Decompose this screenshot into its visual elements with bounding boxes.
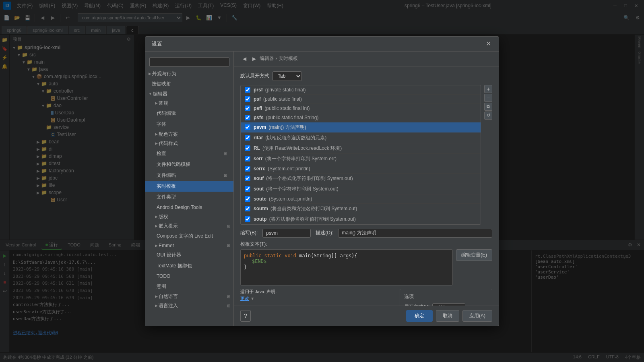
menu-copyright[interactable]: ▶ 版权 bbox=[145, 212, 233, 221]
desc-input[interactable] bbox=[338, 229, 492, 238]
menu-intentions[interactable]: 意图 bbox=[145, 281, 233, 292]
menu-file-encoding[interactable]: 文件编码 ⊞ bbox=[145, 170, 233, 181]
cancel-button[interactable]: 取消 bbox=[436, 310, 459, 322]
template-body-editor[interactable]: public static void main(String[] args){ … bbox=[240, 249, 453, 285]
applies-to-label: 适用于 Java: 声明. bbox=[240, 289, 277, 294]
tpl-check-prsf[interactable] bbox=[245, 87, 250, 93]
restore-template-button[interactable]: ↺ bbox=[484, 112, 492, 120]
copy-template-button[interactable]: ⧉ bbox=[484, 103, 492, 111]
tpl-name: psfi bbox=[254, 105, 262, 111]
help-button[interactable]: ? bbox=[240, 310, 251, 322]
expand-icon: ⊞ bbox=[227, 304, 230, 308]
edit-variables-button[interactable]: 编辑变量(E) bbox=[456, 249, 492, 261]
tpl-check-ritar[interactable] bbox=[245, 135, 250, 141]
menu-inlay-hints[interactable]: ▶ 嵌入提示 ⊞ bbox=[145, 221, 233, 231]
tpl-row-psvm[interactable]: psvm (main() 方法声明) bbox=[241, 122, 481, 133]
tpl-name: soutp bbox=[254, 216, 267, 222]
menu-lang-inject-label: 语言注入 bbox=[159, 302, 178, 309]
expand-icon: ⊞ bbox=[224, 173, 227, 178]
tpl-row-souf[interactable]: souf (将一个格式化字符串打印到 System.out) bbox=[241, 174, 481, 184]
menu-lang-inject[interactable]: ▶ 语言注入 ⊞ bbox=[145, 301, 233, 310]
expand-icon: ⊞ bbox=[227, 243, 230, 248]
tpl-desc: (将一个字符串打印到 System.err) bbox=[265, 155, 336, 162]
tpl-check-rl[interactable] bbox=[245, 145, 250, 151]
expand-icon: ⊞ bbox=[227, 294, 230, 299]
tpl-row-sout[interactable]: sout (将一个字符串打印到 System.out) bbox=[241, 184, 481, 194]
tpl-check-psfs[interactable] bbox=[245, 115, 250, 120]
tpl-check-serrc[interactable] bbox=[245, 166, 250, 172]
tpl-desc: (使用 ReadWriteLock.readLock 环境) bbox=[262, 145, 342, 152]
tpl-row-prsf[interactable]: prsf (private static final) bbox=[241, 85, 481, 95]
applies-section: 适用于 Java: 声明. 更改 ▼ bbox=[240, 289, 392, 306]
tpl-row-psfi[interactable]: psfi (public static final int) bbox=[241, 104, 481, 113]
apply-button[interactable]: 应用(A) bbox=[462, 310, 492, 322]
tpl-desc: (private static final) bbox=[265, 87, 306, 93]
arrow-icon: ▶ bbox=[155, 101, 158, 105]
breadcrumb-back-button[interactable]: ◀ bbox=[240, 55, 248, 63]
default-expand-select[interactable]: Tab Enter Space bbox=[272, 71, 302, 81]
tpl-row-soutp[interactable]: soutp (将方法形参名称和值打印到 System.out) bbox=[241, 214, 481, 224]
dialog-close-button[interactable]: ✕ bbox=[484, 40, 492, 48]
tpl-check-sout[interactable] bbox=[245, 186, 250, 192]
tpl-check-soutc[interactable] bbox=[245, 196, 250, 202]
menu-code-style[interactable]: ▶ 代码样式 bbox=[145, 139, 233, 148]
add-template-button[interactable]: + bbox=[484, 85, 492, 93]
menu-inspections-label: 检查 bbox=[157, 150, 166, 157]
tpl-check-psf[interactable] bbox=[245, 96, 250, 102]
dialog-search-input[interactable] bbox=[149, 57, 229, 67]
menu-file-templates[interactable]: 文件和代码模板 bbox=[145, 159, 233, 170]
arrow-icon: ▶ bbox=[155, 244, 158, 248]
menu-general[interactable]: ▶ 常规 bbox=[145, 99, 233, 108]
menu-live-templates-label: 实时模板 bbox=[157, 183, 176, 190]
settings-dialog: 设置 ✕ ▶ 外观与行为 按键映射 ▼ 编辑器 bbox=[145, 36, 499, 326]
tpl-desc: (将一个格式化字符串打印到 System.out) bbox=[266, 175, 353, 182]
menu-file-types[interactable]: 文件类型 bbox=[145, 192, 233, 203]
tpl-check-psfi[interactable] bbox=[245, 105, 250, 111]
tpl-check-psvm[interactable] bbox=[245, 124, 250, 130]
menu-color-label: 配色方案 bbox=[159, 131, 178, 138]
keyword-static: static bbox=[264, 253, 282, 259]
bottom-options-row: 适用于 Java: 声明. 更改 ▼ 选项 展开方式(X) bbox=[240, 289, 492, 306]
menu-inspections[interactable]: 检查 ⊞ bbox=[145, 148, 233, 159]
arrow-icon: ▼ bbox=[149, 92, 152, 96]
tpl-row-soutc[interactable]: soutc (System.out::println) bbox=[241, 194, 481, 204]
menu-emmet[interactable]: ▶ Emmet ⊞ bbox=[145, 242, 233, 250]
menu-live-templates[interactable]: 实时模板 bbox=[145, 181, 233, 192]
menu-todo[interactable]: TODO bbox=[145, 271, 233, 281]
tpl-check-souf[interactable] bbox=[245, 176, 250, 181]
menu-textmate[interactable]: TextMate 捆绑包 bbox=[145, 261, 233, 271]
menu-appearance[interactable]: ▶ 外观与行为 bbox=[145, 69, 233, 79]
confirm-button[interactable]: 确定 bbox=[406, 310, 433, 322]
tpl-desc: (System.err::println) bbox=[268, 166, 310, 172]
tpl-check-serr[interactable] bbox=[245, 156, 250, 161]
menu-file-templates-label: 文件和代码模板 bbox=[157, 161, 190, 168]
tpl-row-soutm[interactable]: soutm (将当前类和方法名称打印到 System.out) bbox=[241, 204, 481, 214]
tpl-row-serrc[interactable]: serrc (System.err::println) bbox=[241, 164, 481, 174]
template-code-line2: $END$ bbox=[244, 259, 449, 264]
menu-keymap[interactable]: 按键映射 bbox=[145, 79, 233, 89]
breadcrumb-forward-button[interactable]: ▶ bbox=[250, 55, 258, 63]
menu-natural-lang-label: 自然语言 bbox=[159, 293, 178, 300]
menu-natural-lang[interactable]: ▶ 自然语言 ⊞ bbox=[145, 292, 233, 301]
menu-android-design[interactable]: Android Design Tools bbox=[145, 203, 233, 212]
change-link-text[interactable]: 更改 bbox=[240, 296, 249, 301]
menu-color[interactable]: ▶ 配色方案 bbox=[145, 130, 233, 139]
menu-gui-designer[interactable]: GUI 设计器 bbox=[145, 250, 233, 261]
menu-code-edit[interactable]: 代码编辑 bbox=[145, 108, 233, 119]
tpl-row-psf[interactable]: psf (public static final) bbox=[241, 95, 481, 104]
menu-compose[interactable]: Compose 文字的 Live Edit bbox=[145, 231, 233, 242]
menu-font[interactable]: 字体 bbox=[145, 119, 233, 130]
tpl-row-ritar[interactable]: ritar (以相反顺序遍历数组的元素) bbox=[241, 133, 481, 143]
tpl-row-serr[interactable]: serr (将一个字符串打印到 System.err) bbox=[241, 154, 481, 164]
tpl-desc: (System.out::println) bbox=[269, 196, 312, 202]
tpl-row-psfs[interactable]: psfs (public static final String) bbox=[241, 113, 481, 122]
menu-editor[interactable]: ▼ 编辑器 bbox=[145, 89, 233, 99]
tpl-row-rl[interactable]: RL (使用 ReadWriteLock.readLock 环境) bbox=[241, 143, 481, 154]
abbr-row: 缩写(B): 描述(D): bbox=[240, 229, 492, 238]
template-list: prsf (private static final) psf (public … bbox=[240, 85, 481, 225]
tpl-check-soutp[interactable] bbox=[245, 216, 250, 222]
remove-template-button[interactable]: − bbox=[484, 94, 492, 102]
options-title: 选项 bbox=[404, 293, 488, 300]
abbr-input[interactable] bbox=[262, 229, 311, 238]
tpl-check-soutm[interactable] bbox=[245, 206, 250, 211]
